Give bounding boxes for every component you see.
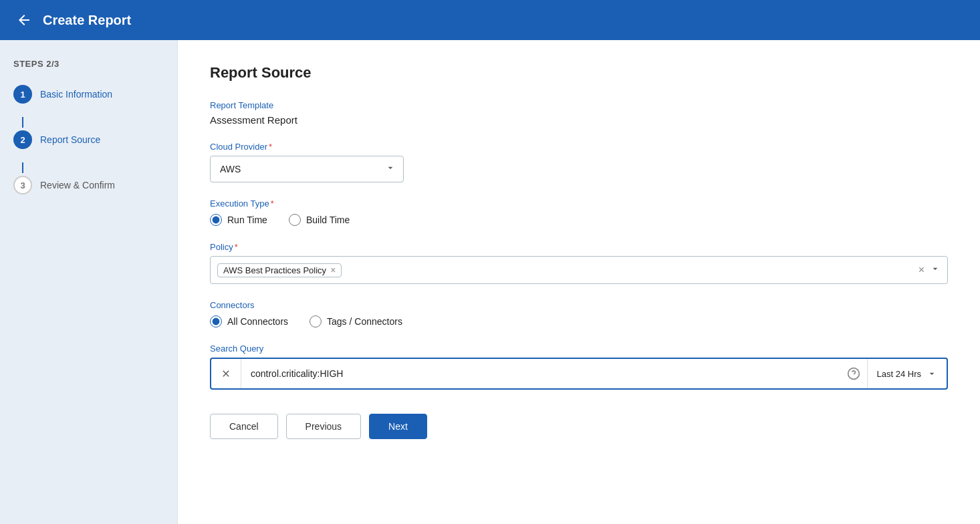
connectors-section: Connectors All Connectors Tags / Connect… — [210, 300, 948, 328]
policy-tag-close-icon[interactable]: × — [330, 265, 336, 275]
search-query-label: Search Query — [210, 344, 948, 354]
sidebar: STEPS 2/3 1 Basic Information 2 Report S… — [0, 40, 177, 524]
policy-tag-text: AWS Best Practices Policy — [223, 265, 326, 275]
cloud-provider-select[interactable]: AWS Azure GCP — [210, 156, 404, 182]
policy-section: Policy* AWS Best Practices Policy × × — [210, 242, 948, 284]
all-connectors-radio[interactable] — [210, 315, 222, 328]
policy-select-icons: × — [918, 263, 941, 277]
search-query-time-selector[interactable]: Last 24 Hrs — [868, 368, 947, 379]
buildtime-label: Build Time — [306, 215, 350, 225]
search-query-clear-icon[interactable] — [211, 359, 241, 388]
step-connector-2-3 — [22, 162, 23, 173]
steps-label: STEPS 2/3 — [13, 59, 164, 69]
previous-button[interactable]: Previous — [286, 414, 361, 439]
step-2-circle: 2 — [13, 130, 32, 149]
footer-actions: Cancel Previous Next — [210, 414, 948, 439]
step-connector-1-2 — [22, 117, 23, 128]
time-range-label: Last 24 Hrs — [877, 369, 921, 379]
connectors-radio-group: All Connectors Tags / Connectors — [210, 315, 948, 328]
execution-type-radio-group: Run Time Build Time — [210, 214, 948, 226]
execution-type-label: Execution Type* — [210, 199, 948, 209]
next-button[interactable]: Next — [369, 414, 427, 439]
main-content: Report Source Report Template Assessment… — [177, 40, 980, 524]
tags-connectors-label: Tags / Connectors — [327, 316, 402, 327]
connectors-label: Connectors — [210, 300, 948, 310]
policy-clear-icon[interactable]: × — [918, 264, 925, 276]
step-1-circle: 1 — [13, 85, 32, 104]
cancel-button[interactable]: Cancel — [210, 414, 278, 439]
execution-type-buildtime[interactable]: Build Time — [289, 214, 350, 226]
step-2-label: Report Source — [40, 134, 100, 145]
policy-tag: AWS Best Practices Policy × — [217, 263, 342, 277]
step-1-label: Basic Information — [40, 89, 112, 100]
execution-type-runtime[interactable]: Run Time — [210, 214, 267, 226]
all-connectors-label: All Connectors — [227, 316, 288, 327]
tags-connectors-radio[interactable] — [310, 315, 322, 328]
header-title: Create Report — [43, 13, 131, 28]
report-template-section: Report Template Assessment Report — [210, 100, 948, 126]
search-query-input[interactable] — [241, 359, 840, 388]
connectors-all[interactable]: All Connectors — [210, 315, 288, 328]
page-title: Report Source — [210, 64, 948, 82]
back-button[interactable] — [16, 12, 32, 28]
cloud-provider-dropdown-wrapper: AWS Azure GCP — [210, 156, 404, 182]
search-query-help-icon[interactable] — [840, 367, 867, 380]
step-3-circle: 3 — [13, 176, 32, 194]
app-header: Create Report — [0, 0, 980, 40]
cloud-provider-section: Cloud Provider* AWS Azure GCP — [210, 142, 948, 182]
runtime-label: Run Time — [227, 215, 267, 225]
sidebar-item-review-confirm[interactable]: 3 Review & Confirm — [13, 176, 164, 194]
execution-type-section: Execution Type* Run Time Build Time — [210, 199, 948, 226]
report-template-value: Assessment Report — [210, 114, 948, 126]
sidebar-item-report-source[interactable]: 2 Report Source — [13, 130, 164, 149]
buildtime-radio[interactable] — [289, 214, 301, 226]
step-3-label: Review & Confirm — [40, 180, 115, 190]
report-template-label: Report Template — [210, 100, 948, 110]
sidebar-item-basic-information[interactable]: 1 Basic Information — [13, 85, 164, 104]
runtime-radio[interactable] — [210, 214, 222, 226]
policy-select-box[interactable]: AWS Best Practices Policy × × — [210, 256, 948, 284]
connectors-tags[interactable]: Tags / Connectors — [310, 315, 402, 328]
policy-expand-icon[interactable] — [930, 263, 941, 277]
cloud-provider-label: Cloud Provider* — [210, 142, 948, 152]
policy-label: Policy* — [210, 242, 948, 252]
search-query-section: Search Query Last 24 Hrs — [210, 344, 948, 390]
search-query-box: Last 24 Hrs — [210, 358, 948, 390]
